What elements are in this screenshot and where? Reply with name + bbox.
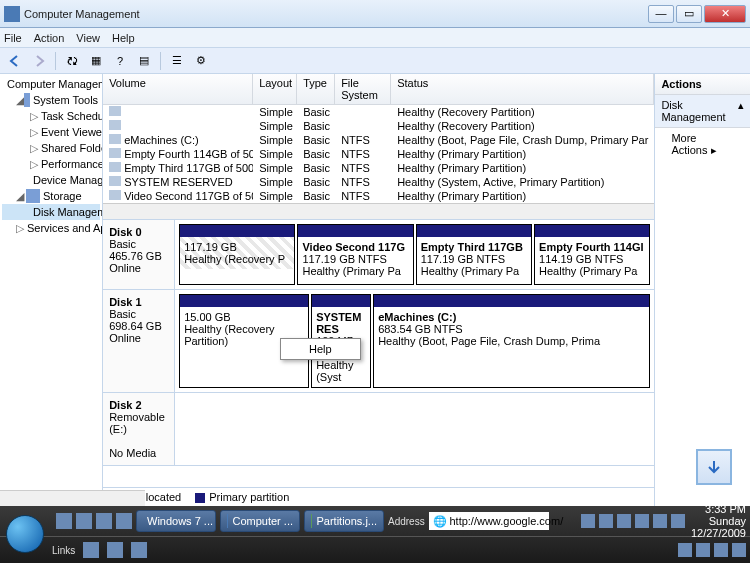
tray-icon[interactable] [653, 514, 667, 528]
actions-pane: Actions Disk Management▴ More Actions ▸ [655, 74, 750, 506]
tray-icon[interactable] [635, 514, 649, 528]
tree-storage[interactable]: ◢Storage [2, 188, 100, 204]
tray-icon[interactable] [696, 543, 710, 557]
link-icon[interactable] [83, 542, 99, 558]
menu-help[interactable]: Help [112, 32, 135, 44]
app-icon [4, 6, 20, 22]
quicklaunch-icon[interactable] [76, 513, 92, 529]
disk-graphic-view: Disk 0 Basic 465.76 GB Online 117.19 GBH… [103, 219, 654, 487]
tree-root[interactable]: Computer Management (Local [2, 76, 100, 92]
tree-services-apps[interactable]: ▷Services and Applications [2, 220, 100, 236]
partition-d0-3[interactable]: Empty Fourth 114GI114.19 GB NTFSHealthy … [534, 224, 650, 285]
volume-header: Volume Layout Type File System Status [103, 74, 654, 105]
center-pane: Volume Layout Type File System Status Si… [103, 74, 655, 506]
legend-primary: Primary partition [209, 491, 289, 503]
volume-row[interactable]: SimpleBasicHealthy (Recovery Partition) [103, 119, 654, 133]
back-button[interactable] [4, 50, 26, 72]
tray-icon[interactable] [581, 514, 595, 528]
help-icon[interactable]: ? [109, 50, 131, 72]
compmgmt-icon [227, 514, 228, 528]
partition-d0-1[interactable]: Video Second 117G117.19 GB NTFSHealthy (… [297, 224, 413, 285]
tree-system-tools[interactable]: ◢System Tools [2, 92, 100, 108]
col-status[interactable]: Status [391, 74, 654, 104]
refresh-icon[interactable]: 🗘 [61, 50, 83, 72]
console-icon[interactable]: ▤ [133, 50, 155, 72]
menu-action[interactable]: Action [34, 32, 65, 44]
tree-task-scheduler[interactable]: ▷Task Scheduler [2, 108, 100, 124]
disk-label-1[interactable]: Disk 1 Basic 698.64 GB Online [103, 290, 175, 392]
start-button[interactable] [6, 515, 44, 553]
window-title: Computer Management [24, 8, 648, 20]
close-button[interactable]: ✕ [704, 5, 746, 23]
legend: Unallocated Primary partition [103, 487, 654, 506]
volume-row[interactable]: SYSTEM RESERVEDSimpleBasicNTFSHealthy (S… [103, 175, 654, 189]
tray-icon[interactable] [671, 514, 685, 528]
partition-d0-2[interactable]: Empty Third 117GB117.19 GB NTFSHealthy (… [416, 224, 532, 285]
tray-icon[interactable] [617, 514, 631, 528]
volume-icon [109, 176, 121, 186]
settings-icon[interactable]: ⚙ [190, 50, 212, 72]
volume-icon [109, 162, 121, 172]
menu-view[interactable]: View [76, 32, 100, 44]
list-icon[interactable]: ☰ [166, 50, 188, 72]
disk-label-0[interactable]: Disk 0 Basic 465.76 GB Online [103, 220, 175, 289]
partition-d1-2[interactable]: eMachines (C:)683.54 GB NTFSHealthy (Boo… [373, 294, 650, 388]
volume-hscroll[interactable] [103, 203, 654, 219]
tray-icon[interactable] [678, 543, 692, 557]
tree-disk-management[interactable]: Disk Management [2, 204, 100, 220]
quicklaunch-icon[interactable] [96, 513, 112, 529]
actions-disk-mgmt[interactable]: Disk Management▴ [655, 95, 750, 128]
col-layout[interactable]: Layout [253, 74, 297, 104]
quicklaunch-icon[interactable] [56, 513, 72, 529]
volume-row[interactable]: SimpleBasicHealthy (Recovery Partition) [103, 105, 654, 119]
volume-row[interactable]: Empty Third 117GB of 500GB (G:)SimpleBas… [103, 161, 654, 175]
toolbar: 🗘 ▦ ? ▤ ☰ ⚙ [0, 48, 750, 74]
volume-list: SimpleBasicHealthy (Recovery Partition) … [103, 105, 654, 203]
menubar: File Action View Help [0, 28, 750, 48]
collapse-icon: ▴ [738, 99, 744, 123]
properties-icon[interactable]: ▦ [85, 50, 107, 72]
tree-device-manager[interactable]: Device Manager [2, 172, 100, 188]
globe-icon: 🌐 [433, 515, 447, 528]
col-type[interactable]: Type [297, 74, 335, 104]
menu-file[interactable]: File [4, 32, 22, 44]
forward-button[interactable] [28, 50, 50, 72]
taskbar-task[interactable]: Windows 7 ... [136, 510, 216, 532]
disk-label-2[interactable]: Disk 2 Removable (E:) No Media [103, 393, 175, 465]
tree-hscroll[interactable] [0, 490, 103, 506]
partition-d0-0[interactable]: 117.19 GBHealthy (Recovery P [179, 224, 295, 285]
volume-icon [109, 106, 121, 116]
address-bar[interactable]: 🌐 http://www.google.com/ [429, 512, 549, 530]
link-icon[interactable] [107, 542, 123, 558]
tree-event-viewer[interactable]: ▷Event Viewer [2, 124, 100, 140]
taskbar-task[interactable]: Partitions.j... [304, 510, 384, 532]
clock[interactable]: 3:33 PM Sunday 12/27/2009 [691, 503, 746, 539]
actions-more[interactable]: More Actions ▸ [655, 128, 750, 161]
titlebar: Computer Management — ▭ ✕ [0, 0, 750, 28]
link-icon[interactable] [131, 542, 147, 558]
go-button[interactable] [696, 449, 732, 485]
col-filesystem[interactable]: File System [335, 74, 391, 104]
maximize-button[interactable]: ▭ [676, 5, 702, 23]
help-tooltip[interactable]: Help [280, 338, 361, 360]
volume-row[interactable]: Empty Fourth 114GB of 500GB (H:)SimpleBa… [103, 147, 654, 161]
volume-icon [109, 148, 121, 158]
volume-icon [109, 190, 121, 200]
network-icon[interactable] [714, 543, 728, 557]
disk-row-0: Disk 0 Basic 465.76 GB Online 117.19 GBH… [103, 220, 654, 290]
volume-row[interactable]: eMachines (C:)SimpleBasicNTFSHealthy (Bo… [103, 133, 654, 147]
volume-icon [109, 134, 121, 144]
volume-icon[interactable] [732, 543, 746, 557]
tray-icon[interactable] [599, 514, 613, 528]
volume-icon [109, 120, 121, 130]
actions-header: Actions [655, 74, 750, 95]
minimize-button[interactable]: — [648, 5, 674, 23]
quicklaunch-icon[interactable] [116, 513, 132, 529]
address-label: Address [388, 516, 425, 527]
taskbar-task[interactable]: Computer ... [220, 510, 300, 532]
tree-performance[interactable]: ▷Performance [2, 156, 100, 172]
links-label: Links [52, 545, 75, 556]
tree-shared-folders[interactable]: ▷Shared Folders [2, 140, 100, 156]
col-volume[interactable]: Volume [103, 74, 253, 104]
volume-row[interactable]: Video Second 117GB of 500GB (F:)SimpleBa… [103, 189, 654, 203]
